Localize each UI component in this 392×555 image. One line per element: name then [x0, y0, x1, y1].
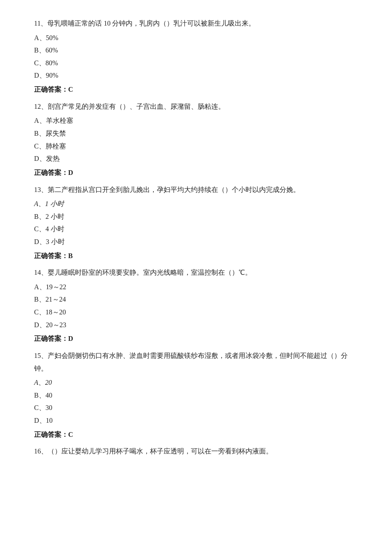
answer-15: 正确答案：C	[34, 429, 358, 441]
question-text-11: 11、母乳喂哺正常的话 10 分钟内，乳房内（）乳汁可以被新生儿吸出来。	[34, 17, 358, 30]
answer-label-12: 正确答案：	[34, 169, 68, 176]
option-14-D: D、20～23	[34, 319, 358, 331]
option-15-C: C、30	[34, 401, 358, 414]
option-14-B: B、21～24	[34, 293, 358, 306]
answer-label-14: 正确答案：	[34, 335, 68, 342]
option-15-B: B、40	[34, 389, 358, 402]
option-15-A: A、20	[34, 376, 358, 389]
option-13-C: C、4 小时	[34, 223, 358, 235]
question-block-11: 11、母乳喂哺正常的话 10 分钟内，乳房内（）乳汁可以被新生儿吸出来。A、50…	[34, 17, 358, 96]
option-11-B: B、60%	[34, 44, 358, 57]
question-text-12: 12、剖宫产常见的并发症有（）、子宫出血、尿潴留、肠粘连。	[34, 100, 358, 113]
option-13-D: D、3 小时	[34, 235, 358, 248]
answer-13: 正确答案：B	[34, 250, 358, 262]
answer-value-15: C	[68, 431, 73, 438]
option-13-B: B、2 小时	[34, 210, 358, 223]
answer-label-15: 正确答案：	[34, 431, 68, 438]
question-block-15: 15、产妇会阴侧切伤口有水肿、淤血时需要用硫酸镁纱布湿敷，或者用冰袋冷敷，但时间…	[34, 349, 358, 441]
answer-label-11: 正确答案：	[34, 86, 68, 93]
question-block-14: 14、婴儿睡眠时卧室的环境要安静。室内光线略暗，室温控制在（）℃。A、19～22…	[34, 266, 358, 345]
option-11-A: A、50%	[34, 32, 358, 44]
answer-11: 正确答案：C	[34, 84, 358, 96]
option-11-C: C、80%	[34, 57, 358, 70]
option-14-A: A、19～22	[34, 281, 358, 293]
question-text-14: 14、婴儿睡眠时卧室的环境要安静。室内光线略暗，室温控制在（）℃。	[34, 266, 358, 279]
answer-value-11: C	[68, 86, 73, 93]
option-13-A: A、1 小时	[34, 198, 358, 210]
option-12-C: C、肺栓塞	[34, 140, 358, 153]
answer-value-12: D	[68, 169, 73, 176]
answer-value-13: B	[68, 252, 73, 259]
option-12-B: B、尿失禁	[34, 127, 358, 140]
option-15-D: D、10	[34, 414, 358, 427]
question-block-16: 16、（）应让婴幼儿学习用杯子喝水，杯子应透明，可以在一旁看到杯内液面。	[34, 445, 358, 458]
option-12-A: A、羊水栓塞	[34, 114, 358, 127]
question-block-13: 13、第二产程指从宫口开全到胎儿娩出，孕妇平均大约持续在（）个小时以内完成分娩。…	[34, 183, 358, 262]
option-12-D: D、发热	[34, 152, 358, 165]
questions-container: 11、母乳喂哺正常的话 10 分钟内，乳房内（）乳汁可以被新生儿吸出来。A、50…	[34, 17, 358, 458]
answer-value-14: D	[68, 335, 73, 342]
option-14-C: C、18～20	[34, 306, 358, 319]
answer-12: 正确答案：D	[34, 167, 358, 179]
answer-14: 正确答案：D	[34, 333, 358, 345]
answer-label-13: 正确答案：	[34, 252, 68, 259]
question-text-16: 16、（）应让婴幼儿学习用杯子喝水，杯子应透明，可以在一旁看到杯内液面。	[34, 445, 358, 458]
question-text-15: 15、产妇会阴侧切伤口有水肿、淤血时需要用硫酸镁纱布湿敷，或者用冰袋冷敷，但时间…	[34, 349, 358, 375]
option-11-D: D、90%	[34, 69, 358, 82]
question-text-13: 13、第二产程指从宫口开全到胎儿娩出，孕妇平均大约持续在（）个小时以内完成分娩。	[34, 183, 358, 196]
question-block-12: 12、剖宫产常见的并发症有（）、子宫出血、尿潴留、肠粘连。A、羊水栓塞B、尿失禁…	[34, 100, 358, 179]
